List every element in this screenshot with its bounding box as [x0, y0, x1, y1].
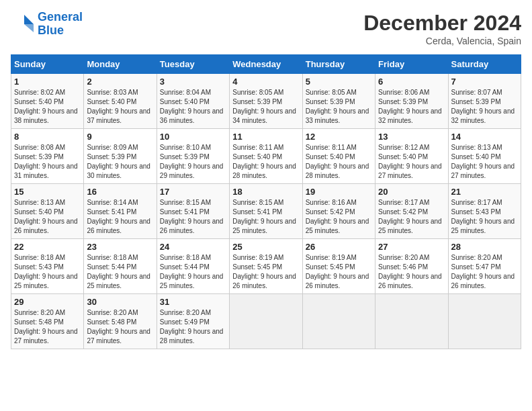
day-number: 17: [160, 187, 226, 197]
calendar-cell: 26Sunrise: 8:19 AM Sunset: 5:45 PM Dayli…: [302, 239, 375, 294]
day-number: 15: [14, 187, 81, 197]
day-info: Sunrise: 8:12 AM Sunset: 5:40 PM Dayligh…: [378, 143, 445, 181]
calendar-cell: 18Sunrise: 8:15 AM Sunset: 5:41 PM Dayli…: [230, 184, 302, 239]
weekday-tuesday: Tuesday: [157, 55, 229, 74]
calendar-cell: 27Sunrise: 8:20 AM Sunset: 5:46 PM Dayli…: [375, 239, 448, 294]
day-info: Sunrise: 8:17 AM Sunset: 5:42 PM Dayligh…: [378, 198, 445, 236]
calendar-cell: [302, 294, 375, 349]
day-info: Sunrise: 8:03 AM Sunset: 5:40 PM Dayligh…: [87, 88, 153, 126]
calendar-cell: 24Sunrise: 8:18 AM Sunset: 5:44 PM Dayli…: [157, 239, 229, 294]
svg-marker-0: [24, 15, 34, 24]
day-number: 21: [451, 187, 518, 197]
day-info: Sunrise: 8:05 AM Sunset: 5:39 PM Dayligh…: [232, 88, 299, 126]
day-info: Sunrise: 8:09 AM Sunset: 5:39 PM Dayligh…: [87, 143, 153, 181]
month-title: December 2024: [363, 11, 521, 36]
weekday-monday: Monday: [84, 55, 157, 74]
calendar-week-3: 15Sunrise: 8:13 AM Sunset: 5:40 PM Dayli…: [11, 184, 521, 239]
calendar-cell: 13Sunrise: 8:12 AM Sunset: 5:40 PM Dayli…: [375, 129, 448, 184]
calendar-cell: 14Sunrise: 8:13 AM Sunset: 5:40 PM Dayli…: [448, 129, 521, 184]
calendar-week-4: 22Sunrise: 8:18 AM Sunset: 5:43 PM Dayli…: [11, 239, 521, 294]
day-number: 14: [451, 132, 518, 142]
title-block: December 2024 Cerda, Valencia, Spain: [363, 11, 521, 46]
day-number: 3: [160, 77, 226, 87]
day-info: Sunrise: 8:19 AM Sunset: 5:45 PM Dayligh…: [306, 253, 372, 291]
calendar-cell: 28Sunrise: 8:20 AM Sunset: 5:47 PM Dayli…: [448, 239, 521, 294]
day-number: 4: [232, 77, 299, 87]
weekday-sunday: Sunday: [11, 55, 84, 74]
location-subtitle: Cerda, Valencia, Spain: [363, 36, 521, 46]
day-info: Sunrise: 8:18 AM Sunset: 5:44 PM Dayligh…: [87, 253, 153, 291]
calendar-cell: 25Sunrise: 8:19 AM Sunset: 5:45 PM Dayli…: [230, 239, 302, 294]
day-number: 26: [306, 242, 372, 252]
day-info: Sunrise: 8:20 AM Sunset: 5:47 PM Dayligh…: [451, 253, 518, 291]
day-number: 16: [87, 187, 153, 197]
day-info: Sunrise: 8:11 AM Sunset: 5:40 PM Dayligh…: [232, 143, 299, 181]
calendar-cell: [375, 294, 448, 349]
weekday-saturday: Saturday: [448, 55, 521, 74]
weekday-header-row: SundayMondayTuesdayWednesdayThursdayFrid…: [11, 55, 521, 74]
day-info: Sunrise: 8:10 AM Sunset: 5:39 PM Dayligh…: [160, 143, 226, 181]
calendar-cell: 29Sunrise: 8:20 AM Sunset: 5:48 PM Dayli…: [11, 294, 84, 349]
day-info: Sunrise: 8:11 AM Sunset: 5:40 PM Dayligh…: [306, 143, 372, 181]
day-info: Sunrise: 8:14 AM Sunset: 5:41 PM Dayligh…: [87, 198, 153, 236]
calendar-cell: 6Sunrise: 8:06 AM Sunset: 5:39 PM Daylig…: [375, 74, 448, 129]
svg-marker-1: [24, 24, 34, 32]
day-number: 19: [306, 187, 372, 197]
logo-line2: Blue: [38, 24, 64, 37]
day-info: Sunrise: 8:02 AM Sunset: 5:40 PM Dayligh…: [14, 88, 81, 126]
calendar-cell: 30Sunrise: 8:20 AM Sunset: 5:48 PM Dayli…: [84, 294, 157, 349]
calendar-week-5: 29Sunrise: 8:20 AM Sunset: 5:48 PM Dayli…: [11, 294, 521, 349]
day-info: Sunrise: 8:20 AM Sunset: 5:48 PM Dayligh…: [87, 308, 153, 346]
calendar-cell: 7Sunrise: 8:07 AM Sunset: 5:39 PM Daylig…: [448, 74, 521, 129]
day-info: Sunrise: 8:08 AM Sunset: 5:39 PM Dayligh…: [14, 143, 81, 181]
calendar-cell: [230, 294, 302, 349]
day-number: 5: [306, 77, 372, 87]
day-number: 23: [87, 242, 153, 252]
day-info: Sunrise: 8:18 AM Sunset: 5:44 PM Dayligh…: [160, 253, 226, 291]
day-number: 12: [306, 132, 372, 142]
day-info: Sunrise: 8:19 AM Sunset: 5:45 PM Dayligh…: [232, 253, 299, 291]
day-number: 9: [87, 132, 153, 142]
day-number: 13: [378, 132, 445, 142]
day-info: Sunrise: 8:20 AM Sunset: 5:48 PM Dayligh…: [14, 308, 81, 346]
day-info: Sunrise: 8:17 AM Sunset: 5:43 PM Dayligh…: [451, 198, 518, 236]
day-number: 29: [14, 297, 81, 307]
day-number: 10: [160, 132, 226, 142]
day-number: 11: [232, 132, 299, 142]
calendar-week-2: 8Sunrise: 8:08 AM Sunset: 5:39 PM Daylig…: [11, 129, 521, 184]
day-info: Sunrise: 8:15 AM Sunset: 5:41 PM Dayligh…: [160, 198, 226, 236]
calendar-cell: 5Sunrise: 8:05 AM Sunset: 5:39 PM Daylig…: [302, 74, 375, 129]
calendar-cell: 23Sunrise: 8:18 AM Sunset: 5:44 PM Dayli…: [84, 239, 157, 294]
day-number: 20: [378, 187, 445, 197]
calendar-table: SundayMondayTuesdayWednesdayThursdayFrid…: [11, 54, 521, 349]
calendar-cell: 22Sunrise: 8:18 AM Sunset: 5:43 PM Dayli…: [11, 239, 84, 294]
day-info: Sunrise: 8:05 AM Sunset: 5:39 PM Dayligh…: [306, 88, 372, 126]
day-info: Sunrise: 8:13 AM Sunset: 5:40 PM Dayligh…: [451, 143, 518, 181]
day-number: 27: [378, 242, 445, 252]
day-info: Sunrise: 8:15 AM Sunset: 5:41 PM Dayligh…: [232, 198, 299, 236]
logo-icon: [11, 12, 35, 36]
calendar-cell: 15Sunrise: 8:13 AM Sunset: 5:40 PM Dayli…: [11, 184, 84, 239]
calendar-cell: 12Sunrise: 8:11 AM Sunset: 5:40 PM Dayli…: [302, 129, 375, 184]
calendar-week-1: 1Sunrise: 8:02 AM Sunset: 5:40 PM Daylig…: [11, 74, 521, 129]
day-number: 18: [232, 187, 299, 197]
calendar-cell: 2Sunrise: 8:03 AM Sunset: 5:40 PM Daylig…: [84, 74, 157, 129]
weekday-wednesday: Wednesday: [230, 55, 302, 74]
day-info: Sunrise: 8:20 AM Sunset: 5:49 PM Dayligh…: [160, 308, 226, 346]
day-number: 6: [378, 77, 445, 87]
day-info: Sunrise: 8:18 AM Sunset: 5:43 PM Dayligh…: [14, 253, 81, 291]
calendar-cell: 21Sunrise: 8:17 AM Sunset: 5:43 PM Dayli…: [448, 184, 521, 239]
day-number: 24: [160, 242, 226, 252]
calendar-cell: 16Sunrise: 8:14 AM Sunset: 5:41 PM Dayli…: [84, 184, 157, 239]
weekday-friday: Friday: [375, 55, 448, 74]
calendar-cell: 9Sunrise: 8:09 AM Sunset: 5:39 PM Daylig…: [84, 129, 157, 184]
calendar-cell: 1Sunrise: 8:02 AM Sunset: 5:40 PM Daylig…: [11, 74, 84, 129]
logo: General Blue: [11, 11, 83, 38]
page-header: General Blue December 2024 Cerda, Valenc…: [11, 11, 521, 46]
day-number: 28: [451, 242, 518, 252]
calendar-cell: 8Sunrise: 8:08 AM Sunset: 5:39 PM Daylig…: [11, 129, 84, 184]
day-number: 8: [14, 132, 81, 142]
calendar-cell: 3Sunrise: 8:04 AM Sunset: 5:40 PM Daylig…: [157, 74, 229, 129]
day-number: 22: [14, 242, 81, 252]
weekday-thursday: Thursday: [302, 55, 375, 74]
